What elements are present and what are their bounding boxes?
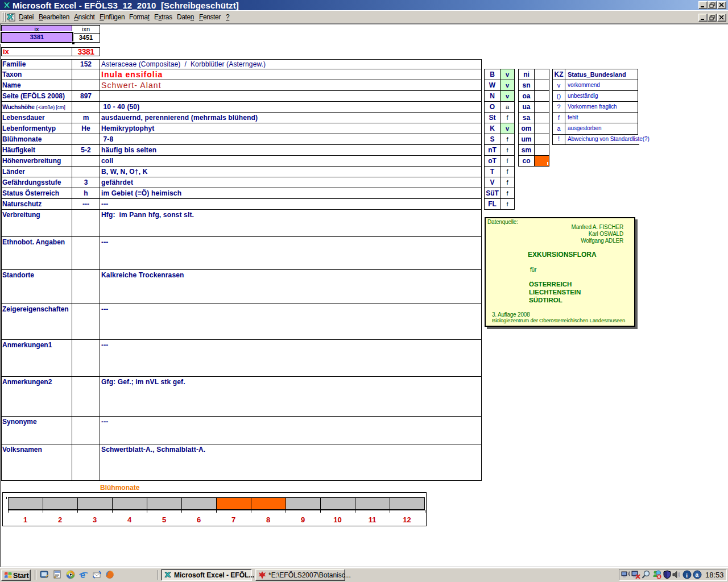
svg-text:e: e [80,570,85,579]
svg-text:a: a [696,572,699,578]
svg-text:i: i [686,572,688,579]
